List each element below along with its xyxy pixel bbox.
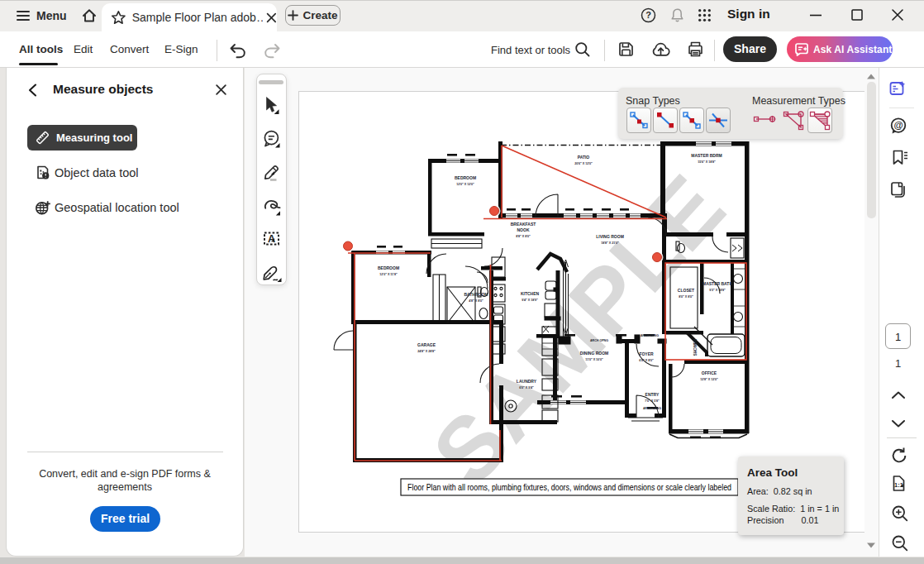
svg-text:24'8" X 28'8": 24'8" X 28'8": [417, 350, 436, 353]
svg-text:SAMPLE: SAMPLE: [412, 155, 743, 504]
svg-text:1:1: 1:1: [894, 481, 903, 489]
svg-text:LAUNDRY: LAUNDRY: [517, 379, 537, 384]
svg-text:9'3" X 18'8": 9'3" X 18'8": [709, 289, 726, 292]
svg-text:NOOK: NOOK: [517, 227, 530, 232]
svg-text:6'0" X 9'4": 6'0" X 9'4": [519, 386, 534, 390]
svg-text:ARCH OPNG: ARCH OPNG: [641, 334, 659, 337]
svg-text:11'0" X 10'0": 11'0" X 10'0": [585, 358, 603, 361]
svg-text:6'0" X 8'0": 6'0" X 8'0": [639, 359, 654, 362]
svg-text:MASTER BDRM: MASTER BDRM: [691, 153, 722, 158]
svg-text:12'8" X 12'0": 12'8" X 12'0": [700, 378, 718, 381]
svg-text:@: @: [893, 120, 903, 130]
svg-text:BATHROOM: BATHROOM: [464, 292, 488, 297]
svg-text:Floor Plan with all rooms, plu: Floor Plan with all rooms, plumbing fixt…: [407, 482, 731, 492]
svg-text:?: ?: [645, 10, 651, 20]
svg-text:4'8" X 8'0": 4'8" X 8'0": [469, 299, 483, 303]
svg-text:ARCH OPNG: ARCH OPNG: [590, 339, 608, 342]
svg-text:SHOWER: SHOWER: [693, 338, 698, 356]
svg-text:12'0" X 11'8": 12'0" X 11'8": [379, 273, 398, 276]
svg-text:CLOSET: CLOSET: [678, 288, 694, 293]
svg-text:GARAGE: GARAGE: [417, 342, 436, 347]
svg-text:8'0" X 8'0": 8'0" X 8'0": [679, 295, 693, 299]
svg-text:12'0" X 12'0": 12'0" X 12'0": [456, 183, 474, 186]
svg-text:8'8" X 8'0": 8'8" X 8'0": [516, 235, 531, 238]
svg-text:LIVING ROOM: LIVING ROOM: [596, 234, 624, 239]
svg-text:OFFICE: OFFICE: [702, 370, 717, 375]
svg-text:BEDROOM: BEDROOM: [378, 265, 399, 270]
svg-text:PATIO: PATIO: [578, 155, 590, 160]
svg-text:15'6" X 18'8": 15'6" X 18'8": [698, 160, 716, 164]
svg-text:DINING ROOM: DINING ROOM: [580, 351, 608, 356]
svg-text:KITCHEN: KITCHEN: [521, 291, 540, 296]
svg-text:MASTER BATH: MASTER BATH: [703, 281, 732, 286]
svg-text:ARCH OPNG: ARCH OPNG: [643, 407, 661, 410]
svg-text:BEDROOM: BEDROOM: [455, 175, 476, 180]
svg-text:BREAKFAST: BREAKFAST: [511, 222, 536, 227]
svg-text:20'6" X 12'0": 20'6" X 12'0": [574, 162, 593, 165]
svg-text:9'4" X 18'9": 9'4" X 18'9": [522, 299, 538, 302]
svg-text:ENTRY: ENTRY: [645, 392, 660, 397]
svg-text:18'8" X 21'0": 18'8" X 21'0": [601, 241, 619, 245]
svg-text:7'0" X 5'8": 7'0" X 5'8": [645, 399, 660, 403]
svg-text:FOYER: FOYER: [639, 351, 654, 356]
